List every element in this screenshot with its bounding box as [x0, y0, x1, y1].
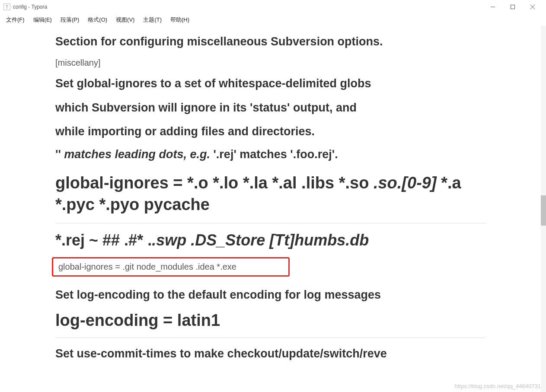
menu-theme[interactable]: 主题(T): [139, 14, 166, 25]
horizontal-rule: [55, 338, 485, 338]
horizontal-rule: [55, 223, 485, 223]
app-icon: T: [3, 3, 10, 10]
doc-heading[interactable]: global-ignores = *.o *.lo *.la *.al .lib…: [55, 172, 485, 215]
text-span: global-ignores = *.o *.lo *.la *.al .lib…: [55, 174, 374, 192]
document[interactable]: Section for configuring miscellaneous Su…: [0, 34, 541, 362]
doc-line[interactable]: Set use-commit-times to make checkout/up…: [55, 346, 485, 362]
doc-line[interactable]: Set global-ignores to a set of whitespac…: [55, 76, 485, 92]
italic-span: .swp .DS_Store [Tt]humbs.db: [152, 231, 369, 249]
svg-rect-1: [511, 5, 515, 9]
menu-edit[interactable]: 编辑(E): [29, 14, 56, 25]
italic-span: matches leading dots, e.g.: [64, 148, 210, 161]
menu-format[interactable]: 格式(O): [83, 14, 112, 25]
titlebar: T config - Typora: [0, 0, 546, 14]
italic-span: .so.[0-9]: [374, 174, 437, 192]
menubar: 文件(F) 编辑(E) 段落(P) 格式(O) 视图(V) 主题(T) 帮助(H…: [0, 14, 546, 26]
text-span: '.rej' matches '.foo.rej'.: [210, 148, 338, 161]
doc-line[interactable]: Section for configuring miscellaneous Su…: [55, 34, 485, 50]
doc-line[interactable]: Set log-encoding to the default encoding…: [55, 287, 485, 303]
doc-line[interactable]: which Subversion will ignore in its 'sta…: [55, 100, 485, 116]
text-span: *.rej ~ ## .#* .: [55, 231, 152, 249]
menu-view[interactable]: 视图(V): [112, 14, 139, 25]
editor-area[interactable]: Section for configuring miscellaneous Su…: [0, 26, 541, 392]
menu-help[interactable]: 帮助(H): [166, 14, 194, 25]
doc-line[interactable]: [miscellany]: [55, 58, 485, 68]
text-span: '': [55, 148, 64, 161]
minimize-button[interactable]: [483, 0, 503, 14]
window-controls: [483, 0, 543, 14]
doc-line[interactable]: while importing or adding files and dire…: [55, 124, 485, 140]
menu-paragraph[interactable]: 段落(P): [56, 14, 83, 25]
scrollbar-thumb[interactable]: [541, 195, 546, 226]
window-title: config - Typora: [13, 4, 47, 10]
maximize-button[interactable]: [503, 0, 523, 14]
highlighted-line[interactable]: global-ignores = .git node_modules .idea…: [52, 257, 290, 277]
doc-heading[interactable]: *.rej ~ ## .#* ..swp .DS_Store [Tt]humbs…: [55, 231, 485, 249]
doc-line[interactable]: '' matches leading dots, e.g. '.rej' mat…: [55, 148, 485, 161]
close-button[interactable]: [523, 0, 543, 14]
doc-heading[interactable]: log-encoding = latin1: [55, 311, 485, 330]
menu-file[interactable]: 文件(F): [2, 14, 29, 25]
